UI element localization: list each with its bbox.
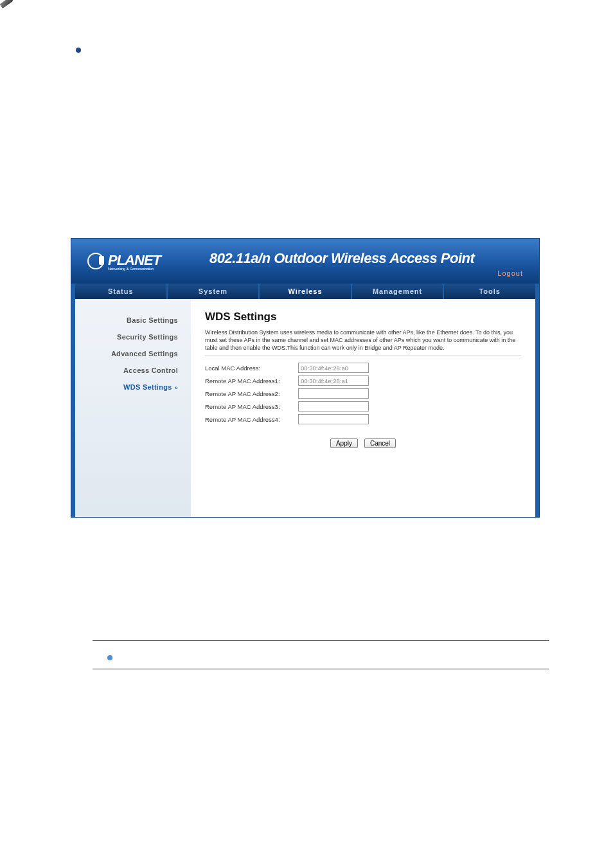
remote-mac-3-input[interactable] (298, 401, 369, 411)
local-mac-input[interactable]: 00:30:4f:4e:28:a0 (298, 363, 369, 373)
page-title: WDS Settings (205, 311, 521, 323)
logo-icon (87, 253, 104, 269)
sidebar-item-access-control[interactable]: Access Control (75, 362, 183, 379)
note-divider (93, 640, 549, 641)
button-row: Apply Cancel (205, 439, 521, 448)
field-label: Remote AP MAC Address4: (205, 416, 298, 423)
field-label: Remote AP MAC Address3: (205, 403, 298, 410)
sidebar-item-label: WDS Settings (123, 383, 172, 391)
banner: PLANET Networking & Communication 802.11… (71, 239, 539, 284)
sidebar-item-label: Advanced Settings (111, 350, 178, 357)
field-remote-mac-4: Remote AP MAC Address4: (205, 414, 521, 424)
logo: PLANET Networking & Communication (87, 252, 161, 271)
sidebar-item-basic-settings[interactable]: Basic Settings (75, 312, 183, 329)
sidebar-item-label: Basic Settings (127, 316, 178, 324)
tab-status[interactable]: Status (75, 284, 166, 299)
router-admin-screenshot: PLANET Networking & Communication 802.11… (71, 238, 540, 518)
field-remote-mac-2: Remote AP MAC Address2: (205, 388, 521, 399)
sidebar-item-wds-settings[interactable]: WDS Settings» (75, 379, 183, 395)
banner-title: 802.11a/n Outdoor Wireless Access Point (209, 250, 474, 267)
bullet-icon (76, 48, 81, 53)
field-remote-mac-3: Remote AP MAC Address3: (205, 401, 521, 411)
remote-mac-2-input[interactable] (298, 388, 369, 399)
nav-tabs: Status System Wireless Management Tools (71, 284, 539, 299)
note-divider (93, 669, 549, 669)
field-label: Remote AP MAC Address1: (205, 377, 298, 384)
logout-link[interactable]: Logout (497, 269, 523, 277)
cancel-button[interactable]: Cancel (364, 439, 396, 448)
content-area: Basic Settings Security Settings Advance… (75, 299, 535, 517)
bullet-icon (107, 655, 112, 660)
sidebar-item-advanced-settings[interactable]: Advanced Settings (75, 345, 183, 362)
tab-management[interactable]: Management (352, 284, 443, 299)
tab-tools[interactable]: Tools (444, 284, 535, 299)
sidebar: Basic Settings Security Settings Advance… (75, 299, 191, 517)
field-local-mac: Local MAC Address: 00:30:4f:4e:28:a0 (205, 363, 521, 373)
tab-system[interactable]: System (168, 284, 259, 299)
field-label: Remote AP MAC Address2: (205, 390, 298, 397)
page-description: Wireless Distribution System uses wirele… (205, 329, 521, 352)
divider (205, 356, 521, 356)
field-remote-mac-1: Remote AP MAC Address1: 00:30:4f:4e:28:a… (205, 375, 521, 386)
note-pencil-icon (0, 0, 13, 8)
sidebar-item-label: Access Control (123, 366, 178, 374)
sidebar-item-security-settings[interactable]: Security Settings (75, 329, 183, 345)
chevron-right-icon: » (175, 384, 178, 391)
tab-wireless[interactable]: Wireless (260, 284, 351, 299)
logo-brand: PLANET (108, 252, 161, 269)
remote-mac-4-input[interactable] (298, 414, 369, 424)
logo-tagline: Networking & Communication (108, 267, 161, 271)
field-label: Local MAC Address: (205, 365, 298, 372)
remote-mac-1-input[interactable]: 00:30:4f:4e:28:a1 (298, 375, 369, 386)
sidebar-item-label: Security Settings (117, 333, 178, 341)
apply-button[interactable]: Apply (330, 439, 358, 448)
main-panel: WDS Settings Wireless Distribution Syste… (191, 299, 535, 517)
